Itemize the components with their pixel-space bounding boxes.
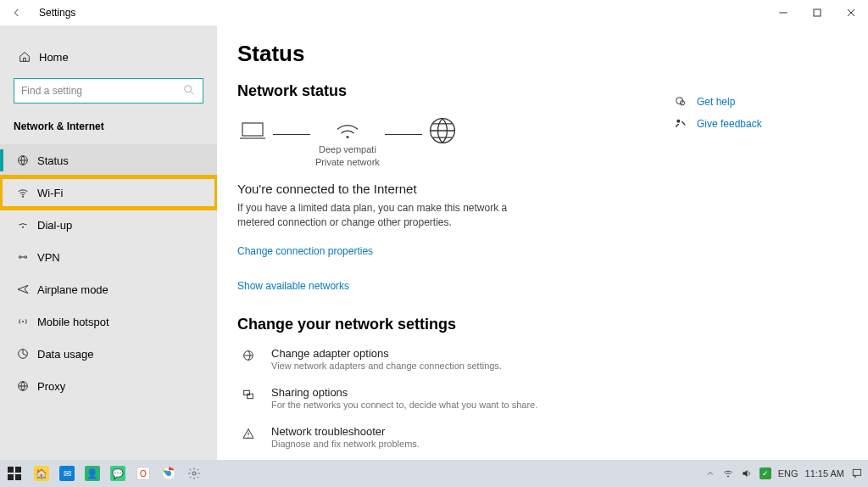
sidebar-item-proxy[interactable]: Proxy (0, 370, 217, 402)
sidebar-item-status[interactable]: Status (0, 144, 217, 176)
connection-line (385, 134, 422, 135)
change-connection-properties-link[interactable]: Change connection properties (237, 245, 373, 257)
home-icon (15, 50, 34, 64)
feedback-icon (673, 117, 688, 131)
gear-icon (187, 467, 201, 480)
taskbar-app-mail[interactable]: ✉ (54, 460, 80, 487)
svg-point-4 (22, 227, 24, 228)
row-desc: For the networks you connect to, decide … (271, 400, 537, 410)
sidebar-item-label: Dial-up (37, 219, 72, 232)
row-title: Change adapter options (271, 347, 502, 360)
start-button[interactable] (0, 460, 29, 487)
sidebar-item-hotspot[interactable]: Mobile hotspot (0, 305, 217, 338)
adapter-icon (237, 347, 259, 371)
tray-notifications-icon[interactable] (851, 467, 863, 479)
svg-rect-21 (15, 467, 21, 473)
sidebar-item-label: Airplane mode (37, 283, 108, 296)
connected-desc: If you have a limited data plan, you can… (237, 201, 509, 230)
airplane-icon (14, 283, 32, 296)
maximize-icon (810, 6, 824, 20)
page-title: Status (237, 41, 868, 67)
sidebar-item-wifi[interactable]: Wi-Fi (0, 176, 217, 209)
sidebar-item-datausage[interactable]: Data usage (0, 338, 217, 370)
sidebar-item-label: Status (37, 154, 69, 167)
svg-rect-14 (244, 390, 250, 395)
close-button[interactable] (834, 0, 868, 25)
tray-time[interactable]: 11:15 AM (805, 468, 844, 479)
change-settings-heading: Change your network settings (237, 316, 868, 333)
change-adapter-options-row[interactable]: Change adapter options View network adap… (237, 347, 593, 371)
taskbar-app-chrome[interactable] (156, 460, 181, 487)
windows-icon (8, 467, 21, 480)
back-button[interactable] (0, 0, 34, 25)
svg-rect-20 (8, 467, 14, 473)
sidebar-nav: Status Wi-Fi Dial-up VPN Airplane mode (0, 144, 217, 402)
search-input-container[interactable] (14, 78, 203, 104)
svg-rect-22 (8, 474, 14, 480)
window-title: Settings (39, 7, 75, 19)
svg-point-16 (248, 436, 248, 437)
connection-line (273, 134, 310, 135)
sidebar-item-label: VPN (37, 251, 60, 264)
maximize-button[interactable] (800, 0, 834, 25)
svg-point-3 (22, 196, 23, 197)
tray-security-icon[interactable]: ✓ (760, 467, 771, 479)
svg-point-1 (185, 85, 192, 92)
give-feedback-link[interactable]: Give feedback (697, 118, 762, 130)
hotspot-icon (14, 315, 32, 328)
svg-rect-0 (814, 9, 821, 16)
globe-icon (427, 115, 458, 146)
svg-rect-15 (248, 394, 253, 398)
status-icon (14, 154, 32, 167)
minimize-button[interactable] (766, 0, 800, 25)
sidebar-item-label: Wi-Fi (37, 187, 63, 199)
sidebar-item-dialup[interactable]: Dial-up (0, 209, 217, 241)
network-troubleshooter-row[interactable]: Network troubleshooter Diagnose and fix … (237, 425, 593, 449)
sharing-icon (237, 386, 259, 410)
row-desc: View network adapters and change connect… (271, 361, 502, 371)
tray-language[interactable]: ENG (778, 468, 798, 479)
taskbar-app-people[interactable]: 👤 (80, 460, 105, 487)
taskbar: 🏠 ✉ 👤 💬 O ✓ ENG 11:15 AM (0, 460, 868, 487)
router-node: Deep vempati Private network (315, 119, 380, 168)
connected-title: You're connected to the Internet (237, 182, 868, 196)
wifi-icon (332, 119, 363, 143)
internet-node (427, 115, 458, 171)
svg-point-11 (346, 136, 348, 138)
taskbar-app-chat[interactable]: 💬 (105, 460, 131, 487)
wifi-icon (14, 186, 32, 199)
svg-point-27 (727, 476, 728, 477)
search-input[interactable] (21, 85, 182, 97)
svg-point-7 (22, 321, 24, 322)
search-icon (182, 83, 196, 99)
tray-wifi-icon[interactable] (722, 467, 734, 479)
home-label: Home (39, 51, 69, 64)
show-available-networks-link[interactable]: Show available networks (237, 280, 868, 292)
svg-point-19 (676, 120, 680, 123)
content-area: Status Network status Deep vempati Priva… (217, 25, 868, 460)
get-help-link[interactable]: Get help (697, 96, 735, 108)
svg-point-5 (19, 256, 21, 259)
sidebar-item-airplane[interactable]: Airplane mode (0, 273, 217, 305)
taskbar-app-office[interactable]: O (131, 460, 156, 487)
sidebar-section-title: Network & Internet (0, 114, 217, 144)
sidebar-item-label: Data usage (37, 348, 94, 361)
svg-point-6 (25, 256, 27, 259)
close-icon (844, 6, 858, 20)
troubleshooter-icon (237, 425, 259, 449)
back-arrow-icon (10, 6, 24, 20)
titlebar: Settings (0, 0, 868, 25)
device-node (237, 119, 268, 168)
tray-chevron[interactable] (705, 468, 715, 479)
tray-volume-icon[interactable] (741, 467, 753, 479)
taskbar-app-settings[interactable] (181, 460, 207, 487)
dialup-icon (14, 218, 32, 232)
help-icon (673, 95, 688, 109)
sidebar-item-vpn[interactable]: VPN (0, 241, 217, 273)
proxy-icon (14, 379, 32, 393)
sidebar: Home Network & Internet Status Wi-Fi (0, 25, 217, 460)
home-button[interactable]: Home (0, 41, 217, 73)
taskbar-app-file-explorer[interactable]: 🏠 (29, 460, 54, 487)
datausage-icon (14, 347, 32, 361)
sharing-options-row[interactable]: Sharing options For the networks you con… (237, 386, 593, 410)
